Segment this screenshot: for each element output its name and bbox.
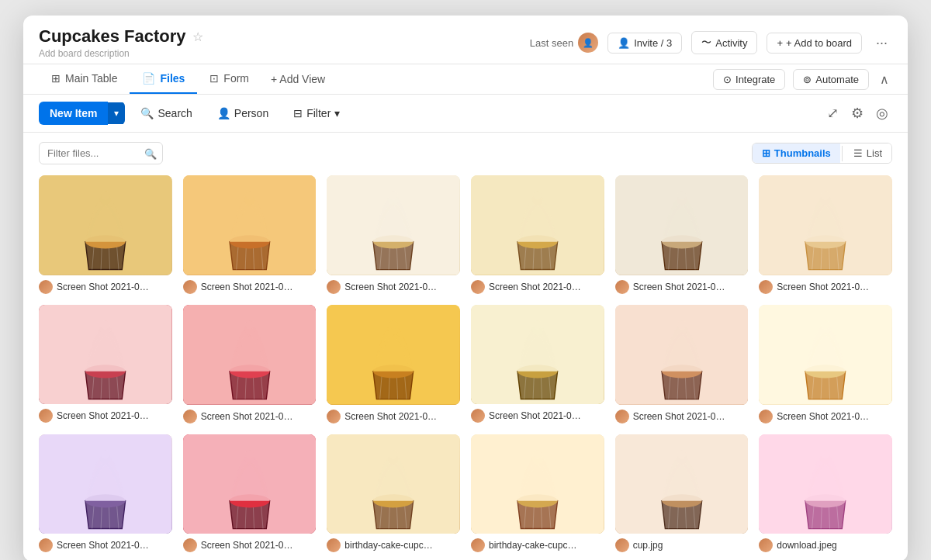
thumbnail-name: Screen Shot 2021-03-16 a... [201, 282, 294, 292]
thumbnail-label: Screen Shot 2021-03-16 a... [759, 280, 892, 294]
expand-icon[interactable]: ⤢ [823, 101, 843, 126]
thumbnails-view-button[interactable]: ⊞ Thumbnails [753, 143, 840, 163]
activity-button[interactable]: 〜 Activity [691, 31, 757, 54]
thumbnail-image [471, 434, 604, 534]
tab-form-label: Form [223, 72, 249, 85]
thumbnail-name: Screen Shot 2021-03-16 a... [57, 410, 150, 421]
thumbnail-label: Screen Shot 2021-03-16 a... [183, 280, 317, 294]
svg-point-111 [245, 450, 254, 458]
files-top: 🔍 ⊞ Thumbnails ☰ List [39, 142, 892, 164]
thumbnail-image [183, 434, 317, 534]
person-button[interactable]: 👤 Person [208, 102, 278, 124]
toolbar-right: ⤢ ⚙ ◎ [823, 101, 892, 126]
thumbnail-item[interactable]: Screen Shot 2021-03-16 a... [39, 305, 172, 423]
integrate-label: Integrate [735, 74, 775, 85]
thumbnail-image [39, 305, 172, 405]
last-seen-label: Last seen [530, 37, 573, 49]
thumbnail-item[interactable]: Screen Shot 2021-03-16 a... [759, 305, 892, 423]
integrate-button[interactable]: ⊙ Integrate [713, 69, 785, 90]
thumbnail-avatar [615, 280, 629, 294]
svg-point-31 [533, 191, 542, 199]
thumbnail-image [327, 175, 460, 275]
thumbnail-item[interactable]: birthday-cake-cupcakes-w... [327, 434, 460, 553]
filter-button[interactable]: ⊟ Filter ▾ [284, 102, 349, 124]
thumbnail-item[interactable]: download.jpeg [759, 434, 892, 553]
table-icon: ⊞ [51, 72, 61, 85]
star-icon[interactable]: ☆ [192, 29, 203, 44]
thumbnail-image [615, 434, 749, 534]
activity-label: Activity [715, 37, 747, 49]
thumbnail-name: Screen Shot 2021-03-16 a... [201, 540, 294, 551]
thumbnail-label: birthday-cake-cupcakes-w... [471, 538, 604, 552]
thumbnail-image [39, 434, 172, 534]
add-to-board-button[interactable]: + + Add to board [767, 33, 862, 54]
thumbnail-image [183, 175, 317, 275]
invite-button[interactable]: 👤 Invite / 3 [607, 33, 682, 54]
person-label: Person [234, 107, 268, 119]
thumbnail-item[interactable]: Screen Shot 2021-03-16 a... [471, 305, 604, 423]
thumbnail-item[interactable]: Screen Shot 2021-03-16 a... [183, 434, 317, 553]
thumbnails-label: Thumbnails [774, 147, 831, 159]
thumbnail-item[interactable]: Screen Shot 2021-03-16 a... [615, 175, 749, 294]
header-left: Cupcakes Factory ☆ Add board description [39, 26, 203, 59]
thumbnail-item[interactable]: Screen Shot 2021-03-16 a... [39, 175, 172, 294]
collapse-button[interactable]: ∧ [877, 69, 892, 90]
tab-files[interactable]: 📄 Files [130, 64, 197, 94]
svg-point-87 [677, 320, 686, 329]
thumbnail-item[interactable]: Screen Shot 2021-03-16 a... [615, 305, 749, 423]
thumbnail-item[interactable]: Screen Shot 2021-03-16 a... [183, 175, 317, 294]
svg-point-127 [533, 450, 542, 458]
person-filter-icon: 👤 [217, 107, 230, 119]
thumbnail-item[interactable]: Screen Shot 2021-03-16 a... [471, 175, 604, 294]
chat-icon[interactable]: ◎ [872, 101, 892, 126]
activity-icon: 〜 [701, 36, 711, 50]
thumbnail-item[interactable]: cup.jpg [615, 434, 749, 553]
filter-files-input[interactable] [39, 142, 163, 164]
search-icon: 🔍 [140, 107, 154, 119]
thumbnail-item[interactable]: Screen Shot 2021-03-16 a... [759, 175, 892, 294]
filter-chevron-icon: ▾ [334, 107, 340, 119]
add-to-board-label: + Add to board [786, 37, 852, 49]
list-view-button[interactable]: ☰ List [844, 143, 891, 163]
last-seen: Last seen 👤 [530, 33, 598, 53]
svg-point-135 [677, 450, 686, 458]
files-icon: 📄 [142, 72, 155, 85]
thumbnail-name: Screen Shot 2021-03-16 a... [201, 411, 294, 422]
settings-icon[interactable]: ⚙ [847, 101, 867, 126]
thumbnail-item[interactable]: Screen Shot 2021-03-16 a... [327, 175, 460, 294]
more-options-button[interactable]: ··· [871, 32, 892, 54]
new-item-button-group: New Item ▾ [39, 102, 125, 125]
svg-point-71 [389, 320, 397, 329]
new-item-dropdown-button[interactable]: ▾ [108, 102, 125, 124]
thumbnail-avatar [615, 410, 629, 423]
new-item-main-button[interactable]: New Item [39, 102, 108, 125]
thumbnail-label: birthday-cake-cupcakes-w... [327, 538, 460, 552]
thumbnail-avatar [471, 409, 485, 423]
thumbnail-name: Screen Shot 2021-03-16 a... [489, 410, 582, 421]
automate-button[interactable]: ⊚ Automate [793, 69, 869, 90]
svg-point-23 [389, 191, 397, 199]
tab-form[interactable]: ⊡ Form [197, 64, 261, 94]
svg-point-39 [677, 191, 686, 199]
thumbnail-item[interactable]: Screen Shot 2021-03-16 a... [327, 305, 460, 423]
add-view-button[interactable]: + Add View [261, 67, 334, 92]
board-description[interactable]: Add board description [39, 48, 203, 59]
thumbnail-item[interactable]: Screen Shot 2021-03-16 a... [39, 434, 172, 553]
thumbnail-name: Screen Shot 2021-03-16 a... [633, 411, 726, 422]
thumbnail-avatar [39, 409, 53, 423]
board-title: Cupcakes Factory [39, 26, 186, 47]
thumbnail-item[interactable]: Screen Shot 2021-03-16 a... [183, 305, 317, 423]
filter-label: Filter [306, 107, 331, 119]
search-button[interactable]: 🔍 Search [131, 102, 201, 124]
thumbnail-item[interactable]: birthday-cake-cupcakes-w... [471, 434, 604, 553]
thumbnail-avatar [183, 410, 197, 423]
thumbnail-avatar [327, 538, 341, 552]
add-view-label: + Add View [271, 73, 325, 85]
svg-point-15 [245, 191, 254, 199]
svg-point-47 [821, 191, 829, 199]
thumbnail-name: Screen Shot 2021-03-16 a... [633, 282, 726, 292]
tab-main-table[interactable]: ⊞ Main Table [39, 64, 130, 94]
thumbnail-image [615, 175, 749, 275]
thumbnail-image [39, 175, 172, 275]
filter-input-wrap: 🔍 [39, 142, 163, 164]
